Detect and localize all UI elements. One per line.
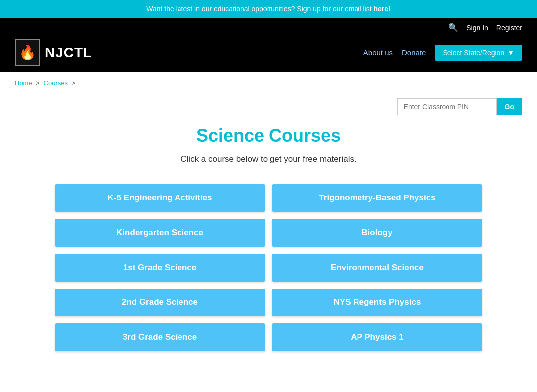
chevron-down-icon: ▼ [507, 49, 514, 57]
breadcrumb-separator-1: > [36, 79, 40, 87]
page-title: Science Courses [15, 125, 522, 146]
course-button[interactable]: NYS Regents Physics [272, 289, 482, 316]
course-button[interactable]: K-5 Engineering Activities [55, 184, 265, 212]
logo-box: 🔥 [15, 39, 40, 66]
course-button[interactable]: Environmental Science [272, 254, 482, 282]
breadcrumb-courses[interactable]: Courses [44, 79, 68, 87]
logo-text: NJCTL [45, 45, 92, 61]
page-subtitle: Click a course below to get your free ma… [15, 154, 522, 164]
course-button[interactable]: 1st Grade Science [55, 254, 265, 282]
announcement-link[interactable]: here! [373, 5, 390, 13]
course-button[interactable]: 2nd Grade Science [55, 289, 265, 316]
announcement-bar: Want the latest in our educational oppor… [0, 0, 537, 18]
nav-area: About us Donate Select State/Region ▼ [363, 45, 522, 61]
site-header: 🔍 Sign In Register 🔥 NJCTL About us Dona… [0, 18, 537, 72]
register-link[interactable]: Register [496, 24, 522, 32]
pin-area: Go [15, 98, 522, 115]
course-button[interactable]: 3rd Grade Science [55, 323, 265, 351]
classroom-pin-input[interactable] [397, 98, 497, 115]
about-us-link[interactable]: About us [363, 48, 393, 57]
course-button[interactable]: Trigonometry-Based Physics [272, 184, 482, 212]
header-bottom: 🔥 NJCTL About us Donate Select State/Reg… [15, 35, 522, 72]
announcement-text-middle: Sign up for our email list [297, 5, 373, 13]
header-top: 🔍 Sign In Register [15, 18, 522, 35]
pin-go-button[interactable]: Go [497, 98, 522, 115]
sign-in-link[interactable]: Sign In [466, 24, 488, 32]
donate-link[interactable]: Donate [402, 48, 426, 57]
courses-grid: K-5 Engineering ActivitiesTrigonometry-B… [55, 184, 482, 351]
breadcrumb: Home > Courses > [0, 72, 537, 94]
announcement-text-before: Want the latest in our educational oppor… [146, 5, 295, 13]
state-region-button[interactable]: Select State/Region ▼ [435, 45, 522, 61]
logo-flame-icon: 🔥 [19, 44, 36, 61]
breadcrumb-separator-2: > [72, 79, 76, 87]
logo-area: 🔥 NJCTL [15, 39, 92, 66]
state-region-label: Select State/Region [443, 49, 504, 57]
main-content: Go Science Courses Click a course below … [0, 94, 537, 371]
course-button[interactable]: Biology [272, 219, 482, 247]
course-button[interactable]: AP Physics 1 [272, 323, 482, 351]
course-button[interactable]: Kindergarten Science [55, 219, 265, 247]
search-icon[interactable]: 🔍 [448, 23, 458, 32]
breadcrumb-home[interactable]: Home [15, 79, 32, 87]
